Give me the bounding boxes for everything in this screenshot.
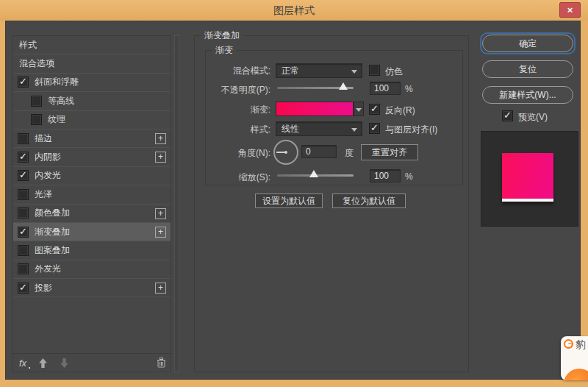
close-icon: × <box>567 4 573 15</box>
style-item-label: 渐变叠加 <box>35 226 70 238</box>
trash-icon <box>157 358 166 368</box>
style-enabled-checkbox[interactable] <box>18 189 29 200</box>
angle-dial-center <box>284 151 287 154</box>
dither-checkbox[interactable] <box>369 65 380 76</box>
sidebar-style-item[interactable]: 样式 <box>13 36 171 54</box>
style-item-label: 内阴影 <box>35 151 61 163</box>
add-instance-button[interactable]: + <box>155 283 166 294</box>
sidebar-footer: fx <box>13 353 171 372</box>
sidebar-style-item[interactable]: 光泽 <box>13 185 171 204</box>
gradient-preview-square <box>502 153 553 202</box>
style-item-label: 斜面和浮雕 <box>35 76 79 88</box>
style-item-label: 光泽 <box>35 188 52 201</box>
gradient-picker-button[interactable] <box>354 102 364 116</box>
sidebar-style-item[interactable]: 投影 + <box>13 279 171 297</box>
window-title: 图层样式 <box>273 4 315 16</box>
scale-slider-handle[interactable] <box>309 170 318 177</box>
move-down-button[interactable] <box>60 358 69 368</box>
style-item-label: 样式 <box>19 39 37 52</box>
styles-list: 样式 混合选项 斜面和浮雕 等高线 纹理 描边 + 内阴影 + 内发光 光泽 颜… <box>13 36 171 297</box>
reverse-label: 反向(R) <box>385 104 415 117</box>
sidebar-style-item[interactable]: 描边 + <box>13 129 171 148</box>
styles-sidebar: 样式 混合选项 斜面和浮雕 等高线 纹理 描边 + 内阴影 + 内发光 光泽 颜… <box>12 35 171 372</box>
orange-logo-icon <box>564 369 588 380</box>
align-with-layer-checkbox[interactable] <box>369 123 380 134</box>
opacity-slider-handle[interactable] <box>339 82 348 90</box>
style-preview-thumbnail <box>481 131 578 227</box>
blend-mode-select[interactable]: 正常 <box>276 63 362 78</box>
sidebar-style-item[interactable]: 外发光 <box>13 260 171 279</box>
add-instance-button[interactable]: + <box>155 227 166 238</box>
style-enabled-checkbox[interactable] <box>31 96 42 107</box>
reset-alignment-button[interactable]: 重置对齐 <box>361 144 418 160</box>
style-item-label: 描边 <box>35 132 52 145</box>
opacity-unit: % <box>405 84 413 94</box>
add-instance-button[interactable]: + <box>155 133 166 144</box>
add-instance-button[interactable]: + <box>155 208 166 219</box>
align-with-layer-label: 与图层对齐(I) <box>385 124 437 136</box>
angle-unit: 度 <box>345 147 354 160</box>
titlebar[interactable]: 图层样式 <box>0 0 588 21</box>
panel-title: 渐变叠加 <box>201 29 243 42</box>
sidebar-style-item[interactable]: 渐变叠加 + <box>13 223 171 241</box>
sidebar-style-item[interactable]: 混合选项 <box>13 54 171 73</box>
gradient-overlay-panel: 渐变叠加 渐变 混合模式: 正常 仿色 不透明度(P): 100 % 渐变: <box>194 35 469 372</box>
style-enabled-checkbox[interactable] <box>18 170 29 181</box>
sidebar-style-item[interactable]: 斜面和浮雕 <box>13 74 171 92</box>
style-enabled-checkbox[interactable] <box>18 207 29 219</box>
style-item-label: 内发光 <box>35 169 61 182</box>
sidebar-style-item[interactable]: 内阴影 + <box>13 148 171 166</box>
blend-mode-label: 混合模式: <box>206 65 270 77</box>
style-item-label: 投影 <box>35 282 52 294</box>
angle-label: 角度(N): <box>206 147 270 160</box>
add-instance-button[interactable]: + <box>155 152 166 163</box>
style-enabled-checkbox[interactable] <box>18 245 29 256</box>
sidebar-style-item[interactable]: 内发光 <box>13 167 171 185</box>
new-style-button[interactable]: 新建样式(W)... <box>482 86 573 104</box>
sidebar-style-item[interactable]: 图案叠加 <box>13 241 171 260</box>
move-up-button[interactable] <box>38 358 48 368</box>
arrow-up-icon <box>38 358 48 368</box>
angle-input[interactable]: 0 <box>301 145 337 158</box>
reverse-checkbox[interactable] <box>369 104 380 115</box>
style-enabled-checkbox[interactable] <box>18 283 29 294</box>
scale-label: 缩放(S): <box>206 171 270 184</box>
scale-input[interactable]: 100 <box>370 169 401 182</box>
set-default-button[interactable]: 设置为默认值 <box>255 194 323 208</box>
sidebar-scrollbar[interactable] <box>174 35 179 372</box>
group-title: 渐变 <box>212 44 237 57</box>
delete-style-button[interactable] <box>157 358 166 370</box>
opacity-input[interactable]: 100 <box>370 82 401 95</box>
gradient-group: 渐变 混合模式: 正常 仿色 不透明度(P): 100 % 渐变: 反向(R) <box>205 50 463 185</box>
style-item-label: 外发光 <box>35 263 61 275</box>
style-enabled-checkbox[interactable] <box>31 114 42 125</box>
angle-dial[interactable] <box>273 140 298 165</box>
style-enabled-checkbox[interactable] <box>18 152 29 163</box>
sidebar-style-item[interactable]: 颜色叠加 + <box>13 205 171 223</box>
style-enabled-checkbox[interactable] <box>18 133 29 144</box>
reset-button[interactable]: 复位 <box>482 60 573 78</box>
fx-button[interactable]: fx <box>19 358 26 369</box>
close-button[interactable]: × <box>559 2 581 18</box>
sidebar-style-item[interactable]: 纹理 <box>13 111 171 129</box>
gradient-swatch[interactable] <box>276 102 354 116</box>
dither-label: 仿色 <box>385 65 403 78</box>
ok-button[interactable]: 确定 <box>482 35 573 52</box>
swirl-logo-icon <box>564 339 573 349</box>
style-item-label: 等高线 <box>48 95 74 107</box>
style-enabled-checkbox[interactable] <box>18 227 29 238</box>
chevron-down-icon <box>351 128 357 132</box>
style-enabled-checkbox[interactable] <box>18 263 29 274</box>
arrow-down-icon <box>60 358 69 368</box>
preview-checkbox[interactable] <box>502 110 513 121</box>
style-enabled-checkbox[interactable] <box>18 77 29 88</box>
opacity-label: 不透明度(P): <box>206 84 270 96</box>
sidebar-style-item[interactable]: 等高线 <box>13 92 171 110</box>
background-app-text: 豹 <box>576 338 586 352</box>
background-app-card[interactable]: 豹 <box>561 336 588 380</box>
style-item-label: 图案叠加 <box>35 244 70 257</box>
reset-default-button[interactable]: 复位为默认值 <box>332 194 406 208</box>
style-select[interactable]: 线性 <box>276 121 362 136</box>
style-item-label: 混合选项 <box>19 57 54 70</box>
scale-unit: % <box>405 171 413 182</box>
